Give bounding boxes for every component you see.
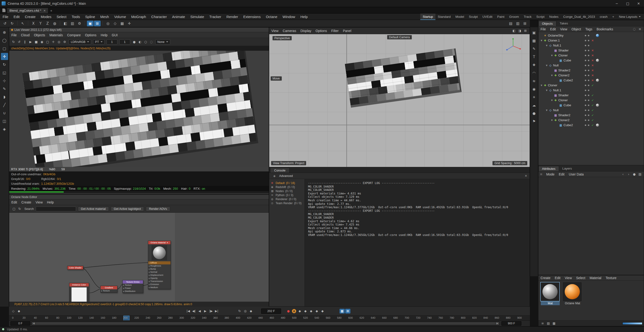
- node-port-transmission[interactable]: Transmission: [148, 280, 170, 283]
- get-active-material-button[interactable]: Get Active material: [78, 207, 109, 211]
- node-instance-color[interactable]: Instance Color: [69, 283, 89, 302]
- material-octane-mat[interactable]: Octane Mat: [563, 282, 582, 318]
- viewport-menu-view[interactable]: View: [269, 28, 280, 34]
- attr-back-icon[interactable]: ‹: [620, 172, 626, 177]
- expander-icon[interactable]: ▼: [545, 109, 548, 111]
- object-row-shader[interactable]: ▦Shader✕: [538, 48, 644, 53]
- material-manager-menu-view[interactable]: View: [562, 275, 574, 281]
- attribute-manager-menu-mode[interactable]: Mode: [544, 172, 557, 177]
- render-aovs-button[interactable]: Render AOVs: [146, 207, 170, 211]
- editor-visibility-dot[interactable]: [585, 124, 586, 126]
- main-menu-spline[interactable]: Spline: [83, 14, 98, 20]
- object-row-cloner[interactable]: ▼❖Cloner✓: [538, 98, 644, 103]
- om-filter-icon[interactable]: ≡: [637, 27, 642, 32]
- primitive-cube-icon[interactable]: ▩: [531, 37, 538, 44]
- object-row-octanesky[interactable]: ☀OctaneSky: [538, 33, 644, 38]
- viewport-menu-panel[interactable]: Panel: [341, 28, 354, 34]
- live-viewer-menu-gui[interactable]: GUI: [110, 32, 120, 38]
- render-visibility-dot[interactable]: [588, 40, 589, 41]
- editor-visibility-dot[interactable]: [585, 70, 586, 71]
- magic-solo-icon[interactable]: ◎: [105, 21, 111, 26]
- console-category-redshift[interactable]: ◉Redshift(0 / 0): [269, 185, 304, 189]
- frame-rate-icon[interactable]: ◆: [248, 309, 254, 313]
- main-menu-animate[interactable]: Animate: [170, 14, 188, 20]
- node-port-normal[interactable]: Normal: [148, 271, 170, 274]
- render-visibility-dot[interactable]: [588, 95, 589, 96]
- menu-icon[interactable]: ≡: [539, 172, 544, 177]
- main-menu-character[interactable]: Character: [149, 14, 170, 20]
- autokey-icon[interactable]: A: [292, 309, 296, 313]
- node-port-texture[interactable]: Texture: [123, 284, 143, 287]
- layout-paint[interactable]: Paint: [495, 14, 507, 20]
- object-manager-menu-object[interactable]: Object: [570, 26, 583, 32]
- live-viewer-menu-help[interactable]: Help: [98, 32, 110, 38]
- node-port-bump[interactable]: Bump: [148, 267, 170, 271]
- node-port-displacement[interactable]: Displacement: [148, 274, 170, 277]
- workplane-icon[interactable]: ▦: [119, 21, 126, 26]
- enable-toggle[interactable]: ✕: [591, 74, 594, 77]
- mirror-tool-icon[interactable]: ◫: [1, 117, 8, 124]
- play-sound-icon[interactable]: ◎: [243, 309, 248, 313]
- layout-crash[interactable]: crash: [597, 14, 610, 20]
- editor-visibility-dot[interactable]: [585, 85, 586, 86]
- object-row-shader2[interactable]: ▦Shader2✕: [538, 68, 644, 73]
- object-manager-menu-tags[interactable]: Tags: [583, 26, 594, 32]
- main-menu-simulate[interactable]: Simulate: [188, 14, 207, 20]
- lock-resolution-icon[interactable]: ◉: [39, 40, 44, 44]
- console-log[interactable]: ------------------------------- EXPORT L…: [305, 179, 530, 306]
- object-row-shader[interactable]: ▦Shader✓: [538, 93, 644, 98]
- object-row-shader2[interactable]: ▦Shader2✓: [538, 113, 644, 118]
- object-row-cube[interactable]: ▩Cube✓: [538, 103, 644, 108]
- layout-split-icon[interactable]: ▥: [514, 21, 521, 26]
- reload-nodes-icon[interactable]: ↻: [17, 207, 22, 211]
- expander-icon[interactable]: ▼: [550, 99, 554, 101]
- render-region-icon[interactable]: ⊞: [94, 21, 100, 26]
- phong-tag-icon[interactable]: [596, 123, 599, 127]
- stop-icon[interactable]: ■: [34, 40, 39, 44]
- enable-toggle[interactable]: ✓: [591, 109, 594, 112]
- console-category-nodes[interactable]: ▦Nodes(0 / 0): [269, 189, 304, 193]
- layout-model[interactable]: Model: [453, 14, 466, 20]
- material-menu-icon[interactable]: ●: [531, 110, 538, 117]
- editor-visibility-dot[interactable]: [585, 119, 586, 121]
- coordinate-system-icon[interactable]: ◍: [52, 21, 58, 26]
- play-backward-icon[interactable]: ◀: [197, 309, 202, 313]
- enable-toggle[interactable]: ✕: [591, 69, 594, 72]
- main-menu-help[interactable]: Help: [298, 14, 310, 20]
- node-editor-menu-view[interactable]: View: [34, 200, 45, 205]
- previous-key-icon[interactable]: ◀|: [191, 309, 196, 313]
- viewport-menu-display[interactable]: Display: [298, 28, 314, 34]
- region-field[interactable]: 1: [119, 39, 130, 45]
- live-selection-tool-icon[interactable]: ◯: [1, 37, 8, 44]
- enable-toggle[interactable]: ✓: [591, 123, 594, 127]
- main-menu-tracker[interactable]: Tracker: [207, 14, 224, 20]
- node-port-texture[interactable]: Texture: [100, 289, 117, 292]
- mat-icon-view-icon[interactable]: ▤: [546, 321, 551, 326]
- attribute-manager-menu-user-data[interactable]: User Data: [566, 172, 586, 177]
- beauty-pass-icon[interactable]: ●: [132, 40, 137, 44]
- key-scale-icon[interactable]: ◆: [303, 309, 308, 313]
- subsample-field[interactable]: 1: [106, 39, 118, 45]
- material-manager-menu-edit[interactable]: Edit: [552, 275, 562, 281]
- range-handle-left[interactable]: ◀: [32, 322, 36, 325]
- object-row-cube2[interactable]: ▩Cube2✓: [538, 123, 644, 128]
- environment-menu-icon[interactable]: ☁: [531, 102, 538, 109]
- get-active-tag-object-button[interactable]: Get Active tag/object: [111, 207, 144, 211]
- render-region-pick-icon[interactable]: ▢: [45, 40, 50, 44]
- main-menu-create[interactable]: Create: [22, 14, 38, 20]
- text-tool-icon[interactable]: T: [531, 53, 538, 61]
- filter-icon[interactable]: ◈: [272, 174, 277, 178]
- editor-visibility-dot[interactable]: [585, 40, 586, 41]
- marker-track-icon[interactable]: ◆: [16, 309, 22, 313]
- magnet-tool-icon[interactable]: ∪: [1, 109, 8, 116]
- attribute-manager-menu-edit[interactable]: Edit: [557, 172, 566, 177]
- lock-x-axis-icon[interactable]: X: [30, 21, 37, 26]
- expander-icon[interactable]: ▼: [550, 74, 554, 77]
- render-picture-viewer-icon[interactable]: ▥: [69, 21, 76, 26]
- view-layout-2-icon[interactable]: ◨: [517, 29, 522, 33]
- range-slider-inner[interactable]: [36, 322, 495, 325]
- loop-playback-icon[interactable]: ↻: [237, 309, 242, 313]
- console-category-team-render[interactable]: ◎Team Render(0 / 0): [269, 201, 304, 205]
- pen-tool-icon[interactable]: ✎: [1, 85, 8, 92]
- material-mat[interactable]: Mat: [541, 282, 560, 318]
